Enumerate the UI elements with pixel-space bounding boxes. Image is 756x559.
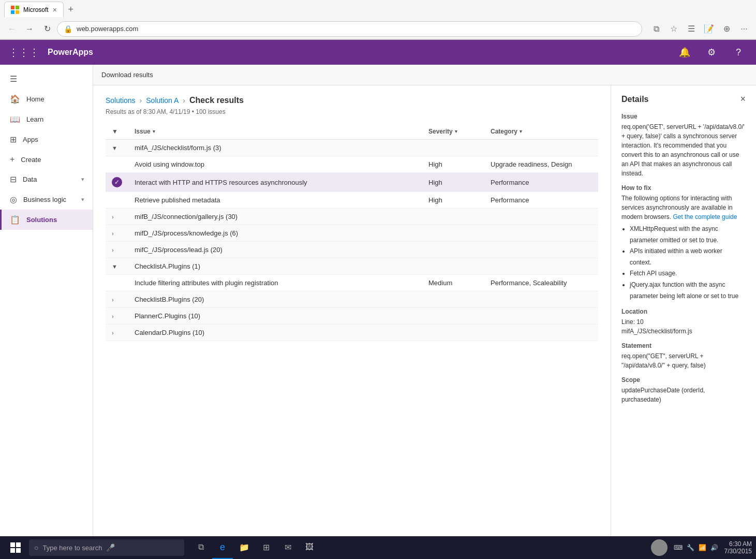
help-button[interactable]: ? [729,43,748,62]
taskbar-task-view[interactable]: ⧉ [190,536,211,559]
grid-icon[interactable]: ⋮⋮⋮ [8,46,39,58]
table-row[interactable]: ▼ mifA_/JS/checklist/form.js (3) [106,140,598,156]
sidebar-item-business-logic[interactable]: ◎ Business logic ▾ [0,189,93,210]
sidebar-label-solutions: Solutions [26,216,57,224]
address-bar[interactable]: 🔒 web.powerapps.com [57,21,642,37]
sidebar-label-create: Create [21,156,41,164]
expand-group-calendarD-icon[interactable]: › [112,330,114,336]
ms-logo-icon [11,6,19,14]
col-collapse[interactable]: ▼ [106,124,128,140]
sidebar-label-apps: Apps [23,136,38,143]
collapse-all-icon[interactable]: ▼ [112,128,118,135]
col-category[interactable]: Category ▾ [484,124,598,140]
table-row[interactable]: ▼ ChecklistA.Plugins (1) [106,258,598,275]
table-row[interactable]: › ChecklistB.Plugins (20) [106,291,598,308]
windows-logo-icon [10,542,21,553]
sidebar-hamburger[interactable]: ☰ [0,69,93,89]
details-issue-label: Issue [621,113,746,120]
issue-cell: Include filtering attributes with plugin… [128,275,422,291]
settings-button[interactable]: ⚙ [702,43,721,62]
category-cell: Performance, Scaleability [484,275,598,291]
get-guide-link[interactable]: Get the complete guide [673,213,737,220]
severity-cell: High [422,156,484,173]
details-location-label: Location [621,308,746,315]
menu-button[interactable]: ☰ [684,21,699,37]
group-mifD-name: mifD_/JS/process/knowledge.js (6) [128,225,598,242]
sidebar-item-create[interactable]: + Create [0,150,93,169]
severity-sort-icon: ▾ [455,129,457,134]
taskbar-date-text: 7/30/2015 [724,548,752,555]
table-row[interactable]: › CalendarD.Plugins (10) [106,325,598,341]
app4-icon: ✉ [285,542,291,552]
download-bar: Download results [93,65,756,85]
browser-tab[interactable]: Microsoft × [4,2,64,17]
sidebar-item-apps[interactable]: ⊞ Apps [0,129,93,150]
back-button[interactable]: ← [4,21,20,37]
expand-group-checklistB-icon[interactable]: › [112,297,114,303]
breadcrumb-solutions[interactable]: Solutions [106,96,136,105]
browser-toolbar: ⧉ ☆ ☰ 📝 ⊕ ··· [648,21,752,37]
details-location-line: Line: 10 [621,317,746,327]
breadcrumb-sep-1: › [140,96,142,105]
taskbar-edge-button[interactable]: e [212,536,233,559]
table-row[interactable]: › mifB_/JS/connection/gallery.js (30) [106,209,598,225]
severity-cell: High [422,173,484,192]
table-row[interactable]: ✓ Interact with HTTP and HTTPS resources… [106,173,598,192]
notifications-button[interactable]: 🔔 [675,43,694,62]
details-close-button[interactable]: × [740,94,746,105]
sidebar-item-data[interactable]: ⊟ Data ▾ [0,169,93,189]
download-bar-text: Download results [101,71,153,79]
business-logic-icon: ◎ [10,195,17,204]
expand-group-mifB-icon[interactable]: › [112,214,114,220]
sidebar-item-home[interactable]: 🏠 Home [0,89,93,109]
taskbar-explorer-button[interactable]: 📁 [234,536,255,559]
issue-sort-icon: ▾ [153,129,155,134]
table-row[interactable]: › mifC_/JS/process/lead.js (20) [106,242,598,258]
table-row[interactable]: › PlannerC.Plugins (10) [106,308,598,325]
sidebar-item-solutions[interactable]: 📋 Solutions [0,210,93,230]
taskbar-app4-button[interactable]: ✉ [277,536,298,559]
taskbar: ○ Type here to search 🎤 ⧉ e 📁 ⊞ ✉ 🖼 ⌨ 🔧 … [0,536,756,559]
more-button[interactable]: ··· [736,21,752,37]
taskbar-app-icons: ⧉ e 📁 ⊞ ✉ 🖼 [190,536,320,559]
refresh-button[interactable]: ↻ [39,21,55,37]
new-tab-button[interactable]: + [64,2,78,17]
table-row[interactable]: › mifD_/JS/process/knowledge.js (6) [106,225,598,242]
top-bar: ⋮⋮⋮ PowerApps 🔔 ⚙ ? [0,40,756,65]
split-view-button[interactable]: ⧉ [648,21,664,37]
taskbar-app3-button[interactable]: ⊞ [256,536,276,559]
create-icon: + [10,155,14,164]
taskbar-user-avatar[interactable] [651,539,668,556]
col-issue[interactable]: Issue ▾ [128,124,422,140]
details-howtofix-text: The following options for interacting wi… [621,194,746,222]
notes-button[interactable]: 📝 [701,21,717,37]
results-meta: Results as of 8:30 AM, 4/11/19 • 100 iss… [106,108,598,115]
microphone-icon[interactable]: 🎤 [106,543,115,552]
table-row[interactable]: Include filtering attributes with plugin… [106,275,598,291]
collapse-group-checklistA-icon[interactable]: ▼ [112,263,117,270]
fix-items-list: XMLHttpRequest with the async parameter … [621,224,746,302]
collapse-group-mifA-icon[interactable]: ▼ [112,145,117,151]
start-button[interactable] [4,536,27,559]
tab-close-button[interactable]: × [53,6,57,14]
task-view-icon: ⧉ [198,542,204,552]
expand-group-plannerC-icon[interactable]: › [112,313,114,319]
table-row[interactable]: Retrieve published metadata High Perform… [106,192,598,209]
col-severity[interactable]: Severity ▾ [422,124,484,140]
details-howtofix-label: How to fix [621,184,746,192]
table-row[interactable]: Avoid using window.top High Upgrade read… [106,156,598,173]
breadcrumb-solution-a[interactable]: Solution A [146,96,179,105]
sys-icon-4: 🔊 [710,544,718,551]
taskbar-search-box[interactable]: ○ Type here to search 🎤 [29,539,184,556]
expand-group-mifD-icon[interactable]: › [112,230,114,237]
forward-button[interactable]: → [22,21,37,37]
sidebar-item-learn[interactable]: 📖 Learn [0,109,93,129]
list-item: APIs initiated within a web worker conte… [630,246,746,268]
expand-group-mifC-icon[interactable]: › [112,247,114,253]
taskbar-time-text: 6:30 AM [724,540,752,548]
taskbar-clock[interactable]: 6:30 AM 7/30/2015 [724,540,752,555]
favorites-button[interactable]: ☆ [666,21,681,37]
taskbar-app5-button[interactable]: 🖼 [299,536,320,559]
table-header-row: ▼ Issue ▾ Sever [106,124,598,140]
share-button[interactable]: ⊕ [719,21,734,37]
